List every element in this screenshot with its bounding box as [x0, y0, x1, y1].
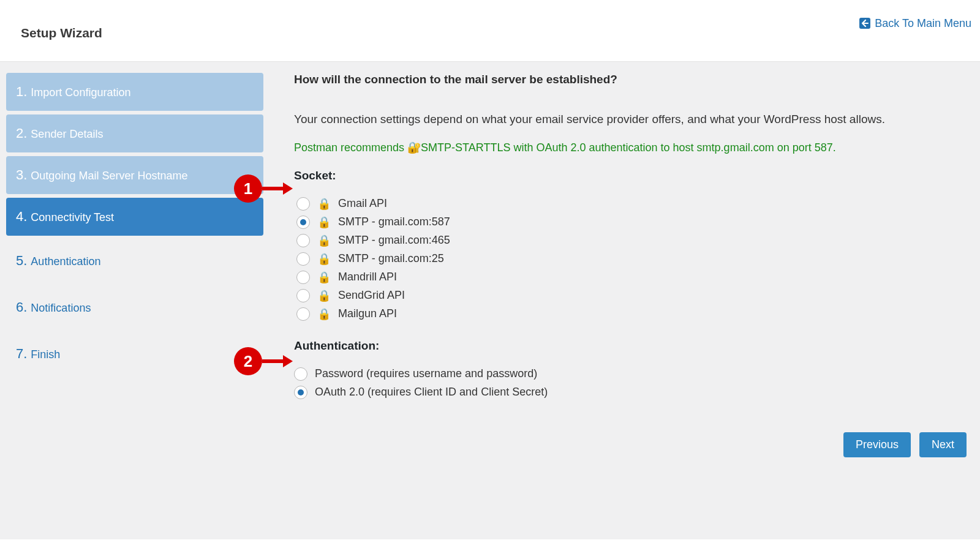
option-label: Password (requires username and password… [315, 367, 537, 380]
socket-option-smtp-465[interactable]: 🔒 SMTP - gmail.com:465 [296, 231, 970, 250]
section-question: How will the connection to the mail serv… [294, 73, 970, 86]
step-number: 4. [16, 209, 27, 225]
step-number: 3. [16, 167, 27, 183]
step-label: Authentication [31, 255, 100, 268]
option-label: SMTP - gmail.com:465 [338, 234, 450, 247]
annotation-badge: 1 [234, 174, 262, 203]
previous-button[interactable]: Previous [843, 432, 911, 457]
back-link-label: Back To Main Menu [875, 17, 971, 30]
socket-option-sendgrid[interactable]: 🔒 SendGrid API [296, 287, 970, 305]
step-label: Finish [31, 348, 60, 361]
option-label: OAuth 2.0 (requires Client ID and Client… [315, 386, 548, 399]
auth-option-oauth2[interactable]: OAuth 2.0 (requires Client ID and Client… [294, 383, 970, 402]
annotation-callout-2: 2 [234, 347, 293, 375]
socket-option-smtp-587[interactable]: 🔒 SMTP - gmail.com:587 [296, 213, 970, 231]
option-label: Mandrill API [338, 271, 397, 283]
recommendation-prefix: Postman recommends [294, 141, 407, 154]
wizard-steps-sidebar: 1. Import Configuration 2. Sender Detail… [0, 73, 263, 539]
option-label: Mailgun API [338, 307, 397, 320]
radio-input[interactable] [296, 216, 310, 229]
step-authentication[interactable]: 5. Authentication [6, 239, 263, 282]
step-notifications[interactable]: 6. Notifications [6, 286, 263, 329]
step-label: Connectivity Test [31, 211, 114, 224]
lock-icon: 🔒 [317, 289, 331, 302]
option-label: SMTP - gmail.com:25 [338, 252, 444, 265]
option-label: SendGrid API [338, 289, 405, 302]
back-to-main-link[interactable]: Back To Main Menu [859, 17, 971, 30]
radio-input[interactable] [296, 271, 310, 284]
step-label: Notifications [31, 302, 91, 315]
recommendation-body: SMTP-STARTTLS with OAuth 2.0 authenticat… [421, 141, 836, 154]
lock-icon: 🔒 [317, 271, 331, 284]
socket-options: 🔒 Gmail API 🔒 SMTP - gmail.com:587 🔒 SMT… [294, 195, 970, 323]
radio-input[interactable] [294, 386, 307, 399]
lock-icon: 🔒 [317, 307, 331, 321]
annotation-arrow-head-icon [283, 355, 293, 367]
socket-title: Socket: [294, 169, 970, 182]
main-panel: 1 2 How will the connection to the mail … [294, 73, 980, 539]
socket-option-smtp-25[interactable]: 🔒 SMTP - gmail.com:25 [296, 250, 970, 268]
back-arrow-icon [859, 17, 871, 29]
section-description: Your connection settings depend on what … [294, 111, 970, 129]
step-finish[interactable]: 7. Finish [6, 332, 263, 375]
step-number: 7. [16, 346, 27, 362]
step-label: Import Configuration [31, 86, 130, 99]
auth-option-password[interactable]: Password (requires username and password… [294, 365, 970, 383]
annotation-callout-1: 1 [234, 174, 293, 203]
step-connectivity-test[interactable]: 4. Connectivity Test [6, 198, 263, 236]
lock-icon: 🔒 [317, 252, 331, 266]
step-sender-details[interactable]: 2. Sender Details [6, 114, 263, 152]
step-import-configuration[interactable]: 1. Import Configuration [6, 73, 263, 111]
step-number: 5. [16, 253, 27, 269]
keys-icon: 🔐 [407, 141, 421, 154]
socket-option-mandrill[interactable]: 🔒 Mandrill API [296, 268, 970, 287]
page-title: Setup Wizard [21, 6, 102, 40]
lock-icon: 🔒 [317, 197, 331, 211]
radio-input[interactable] [294, 367, 307, 381]
step-number: 2. [16, 126, 27, 141]
step-outgoing-hostname[interactable]: 3. Outgoing Mail Server Hostname [6, 156, 263, 194]
radio-input[interactable] [296, 197, 310, 211]
step-label: Outgoing Mail Server Hostname [31, 170, 187, 182]
step-label: Sender Details [31, 128, 103, 141]
socket-option-mailgun[interactable]: 🔒 Mailgun API [296, 305, 970, 323]
annotation-badge: 2 [234, 347, 262, 375]
step-number: 6. [16, 299, 27, 315]
authentication-title: Authentication: [294, 339, 970, 353]
lock-icon: 🔒 [317, 216, 331, 229]
annotation-arrow-line [262, 359, 283, 363]
option-label: SMTP - gmail.com:587 [338, 216, 450, 228]
socket-option-gmail-api[interactable]: 🔒 Gmail API [296, 195, 970, 213]
radio-input[interactable] [296, 289, 310, 302]
option-label: Gmail API [338, 197, 387, 210]
radio-input[interactable] [296, 307, 310, 321]
lock-icon: 🔒 [317, 234, 331, 247]
next-button[interactable]: Next [919, 432, 967, 457]
annotation-arrow-head-icon [283, 182, 293, 195]
radio-input[interactable] [296, 234, 310, 247]
step-number: 1. [16, 84, 27, 100]
recommendation-text: Postman recommends 🔐SMTP-STARTTLS with O… [294, 141, 970, 154]
annotation-arrow-line [262, 187, 283, 190]
radio-input[interactable] [296, 252, 310, 266]
